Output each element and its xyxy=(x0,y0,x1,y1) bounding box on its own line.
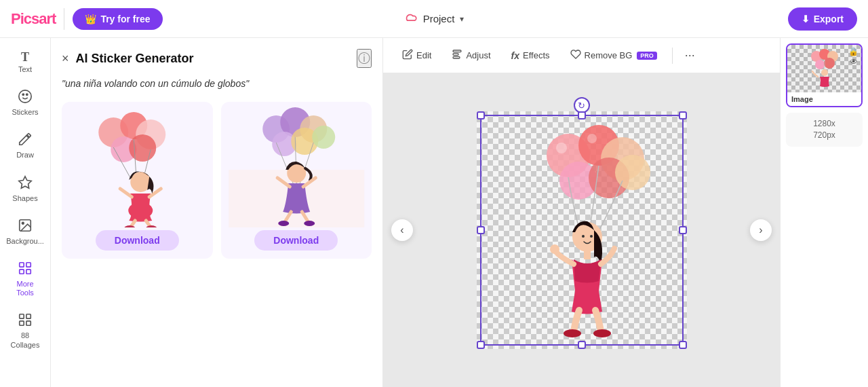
svg-rect-10 xyxy=(20,314,24,318)
main-layout: T Text Stickers Draw xyxy=(0,38,868,387)
sticker-image-1 xyxy=(62,102,213,227)
layer-size-card: 1280x 720px xyxy=(786,113,863,147)
close-button[interactable]: × xyxy=(62,52,69,66)
svg-point-57 xyxy=(587,134,597,143)
try-free-button[interactable]: 👑 Try for free xyxy=(73,8,162,30)
layer-card: 🔒 👁 Image xyxy=(786,43,863,107)
info-button[interactable]: ⓘ xyxy=(357,49,372,68)
sidebar-item-draw[interactable]: Draw xyxy=(4,125,46,166)
svg-line-23 xyxy=(120,189,132,197)
topbar: Picsart 👑 Try for free Project ▾ ⬇ Expor… xyxy=(0,0,868,38)
canvas-prev-button[interactable]: ‹ xyxy=(391,219,413,241)
collages-icon xyxy=(18,312,33,329)
svg-rect-8 xyxy=(20,270,24,274)
download-button-1[interactable]: Download xyxy=(96,230,179,251)
svg-rect-12 xyxy=(20,321,24,325)
canvas-next-button[interactable]: › xyxy=(750,219,772,241)
topbar-divider xyxy=(64,8,64,30)
pro-badge: PRO xyxy=(637,52,657,60)
layer-icons: 🔒 👁 xyxy=(848,48,859,66)
crown-icon: 👑 xyxy=(85,14,96,24)
right-panel: 🔒 👁 Image 1280x 720px xyxy=(780,38,868,387)
edit-button[interactable]: Edit xyxy=(394,45,439,67)
more-options-button[interactable]: ··· xyxy=(679,44,701,67)
sidebar-item-more-tools[interactable]: More Tools xyxy=(4,254,46,304)
project-name[interactable]: Project xyxy=(423,13,455,24)
svg-rect-47 xyxy=(453,50,461,52)
svg-point-45 xyxy=(278,221,289,226)
draw-icon xyxy=(18,132,33,149)
layer-lock-button[interactable]: 🔒 xyxy=(848,48,859,56)
svg-point-59 xyxy=(582,235,585,238)
layer-name: Image xyxy=(791,95,813,103)
panel-header: × AI Sticker Generator ⓘ xyxy=(62,49,372,68)
remove-bg-button[interactable]: Remove BG PRO xyxy=(562,45,665,67)
sidebar-item-shapes[interactable]: Shapes xyxy=(4,168,46,210)
svg-point-69 xyxy=(824,58,835,69)
handle-top-left[interactable] xyxy=(477,111,485,119)
svg-point-63 xyxy=(564,329,581,337)
text-icon: T xyxy=(21,51,29,63)
canvas-content: ‹ xyxy=(383,73,780,387)
handle-middle-left[interactable] xyxy=(477,226,485,234)
canvas-area: Edit Adjust fx Effects xyxy=(383,38,780,387)
svg-point-68 xyxy=(815,60,825,69)
adjust-icon xyxy=(452,49,462,62)
svg-rect-49 xyxy=(453,56,460,58)
handle-bottom-left[interactable] xyxy=(477,341,485,349)
icon-rail: T Text Stickers Draw xyxy=(0,38,51,387)
sticker-image-2 xyxy=(221,102,372,227)
sidebar-item-collages[interactable]: 88 Collages xyxy=(4,306,46,356)
effects-button[interactable]: fx Effects xyxy=(503,46,558,65)
svg-point-5 xyxy=(22,222,24,224)
handle-middle-right[interactable] xyxy=(679,226,687,234)
sticker-card-2: Download xyxy=(221,102,372,259)
sidebar-item-text[interactable]: T Text xyxy=(4,44,46,81)
sidebar-item-background[interactable]: Backgrou... xyxy=(4,211,46,253)
sticker-grid: Download xyxy=(62,102,372,259)
edit-icon xyxy=(402,49,413,62)
svg-rect-7 xyxy=(26,263,31,267)
chevron-down-icon[interactable]: ▾ xyxy=(460,14,464,24)
adjust-button[interactable]: Adjust xyxy=(443,45,498,67)
stickers-icon xyxy=(18,89,33,106)
svg-point-62 xyxy=(550,244,559,254)
handle-bottom-right[interactable] xyxy=(679,341,687,349)
svg-marker-3 xyxy=(19,176,31,187)
download-icon: ⬇ xyxy=(802,14,810,24)
svg-rect-6 xyxy=(20,263,24,267)
topbar-center: Project ▾ xyxy=(404,12,465,26)
layer-visibility-button[interactable]: 👁 xyxy=(848,58,859,66)
download-button-2[interactable]: Download xyxy=(254,230,338,251)
svg-rect-9 xyxy=(26,270,31,274)
sidebar-item-stickers[interactable]: Stickers xyxy=(4,82,46,124)
remove-bg-icon xyxy=(570,49,581,62)
svg-rect-48 xyxy=(453,53,458,55)
tool-panel: × AI Sticker Generator ⓘ "una niña volan… xyxy=(51,38,383,387)
svg-point-1 xyxy=(22,94,24,95)
cloud-icon xyxy=(404,12,418,26)
picsart-logo: Picsart xyxy=(11,10,56,28)
svg-point-36 xyxy=(312,126,335,149)
svg-rect-13 xyxy=(26,321,31,325)
panel-title: AI Sticker Generator xyxy=(76,52,194,66)
svg-point-64 xyxy=(593,329,611,337)
rotate-handle[interactable]: ↻ xyxy=(574,97,590,113)
sticker-card-1: Download xyxy=(62,102,213,259)
topbar-right: ⬇ Export xyxy=(788,7,857,31)
canvas-toolbar: Edit Adjust fx Effects xyxy=(383,38,780,73)
more-tools-icon xyxy=(18,261,33,278)
layer-size-text: 1280x 720px xyxy=(791,118,857,141)
export-button[interactable]: ⬇ Export xyxy=(788,7,857,31)
svg-rect-61 xyxy=(584,251,591,259)
handle-top-right[interactable] xyxy=(679,111,687,119)
svg-point-2 xyxy=(26,94,28,95)
layer-info: Image xyxy=(787,92,861,106)
topbar-left: Picsart 👑 Try for free xyxy=(11,8,163,30)
svg-point-18 xyxy=(129,134,156,162)
svg-point-60 xyxy=(590,235,593,238)
shapes-icon xyxy=(18,175,33,192)
canvas-workspace: ↻ xyxy=(477,111,687,349)
effects-icon: fx xyxy=(511,50,519,61)
svg-point-56 xyxy=(556,143,567,153)
